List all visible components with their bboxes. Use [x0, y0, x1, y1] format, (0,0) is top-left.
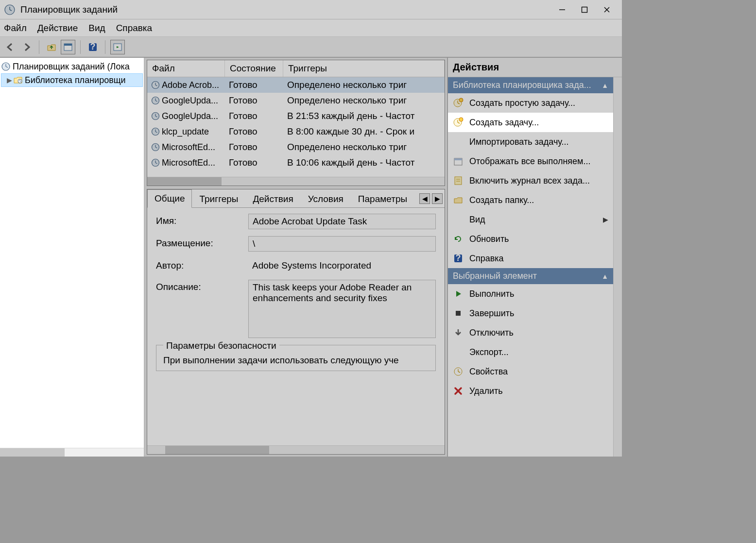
- tree-root[interactable]: Планировщик заданий (Лока: [1, 60, 143, 73]
- task-scheduler-window: Планировщик заданий Файл Действие Вид Сп…: [0, 0, 622, 457]
- task-row[interactable]: GoogleUpda...ГотовоВ 21:53 каждый день -…: [147, 108, 445, 124]
- action-label: Создать папку...: [469, 195, 534, 205]
- action-label: Вид: [469, 215, 485, 225]
- task-trigger: Определено несколько триг: [283, 95, 445, 106]
- tab-actions[interactable]: Действия: [245, 190, 300, 208]
- action-label: Отображать все выполняем...: [469, 156, 590, 167]
- action-label: Справка: [469, 254, 504, 264]
- action-item[interactable]: Удалить: [448, 381, 613, 401]
- tab-general[interactable]: Общие: [147, 189, 192, 208]
- task-state: Готово: [225, 126, 283, 137]
- actions-vscrollbar[interactable]: [613, 77, 622, 457]
- detail-tabs: Общие Триггеры Действия Условия Параметр…: [147, 189, 445, 208]
- task-row[interactable]: MicrosoftEd...ГотовоОпределено несколько…: [147, 139, 445, 155]
- action-section-selected[interactable]: Выбранный элемент ▲: [448, 268, 613, 284]
- svg-text:?: ?: [456, 253, 461, 263]
- disable-icon: [453, 327, 464, 338]
- tree-root-label: Планировщик заданий (Лока: [13, 62, 130, 72]
- task-row[interactable]: Adobe Acrob...ГотовоОпределено несколько…: [147, 77, 445, 93]
- task-trigger: В 8:00 каждые 30 дн. - Срок и: [283, 126, 445, 137]
- task-list-hscrollbar[interactable]: [147, 177, 445, 186]
- col-state[interactable]: Состояние: [225, 60, 283, 77]
- action-label: Выполнить: [469, 289, 514, 299]
- maximize-button[interactable]: [573, 0, 596, 19]
- col-file[interactable]: Файл: [147, 60, 225, 77]
- action-item[interactable]: Создать папку...: [448, 190, 613, 210]
- task-file: MicrosoftEd...: [162, 142, 215, 153]
- help-icon: ?: [453, 253, 464, 264]
- task-trigger: Определено несколько триг: [283, 142, 445, 153]
- menu-file[interactable]: Файл: [4, 23, 27, 34]
- action-item[interactable]: ?Справка: [448, 249, 613, 268]
- clock-icon: [151, 127, 160, 136]
- action-label: Импортировать задачу...: [469, 137, 569, 147]
- clock-icon: [151, 81, 160, 89]
- action-item[interactable]: Обновить: [448, 229, 613, 249]
- menu-view[interactable]: Вид: [88, 23, 105, 34]
- action-item[interactable]: Завершить: [448, 304, 613, 323]
- main-area: Планировщик заданий (Лока ▶ Библиотека п…: [0, 57, 622, 457]
- col-triggers[interactable]: Триггеры: [283, 60, 445, 77]
- tree-expander-icon[interactable]: ▶: [5, 76, 13, 84]
- delete-icon: [453, 386, 464, 396]
- run-pane-button[interactable]: [110, 40, 125, 54]
- value-location: \: [248, 236, 436, 252]
- help-toolbar-button[interactable]: ?: [86, 40, 100, 54]
- action-item[interactable]: Создать простую задачу...: [448, 93, 613, 113]
- center-pane: Файл Состояние Триггеры Adobe Acrob...Го…: [145, 58, 447, 457]
- action-item[interactable]: Импортировать задачу...: [448, 132, 613, 152]
- tab-triggers[interactable]: Триггеры: [192, 190, 245, 208]
- menu-help[interactable]: Справка: [116, 23, 153, 34]
- nav-back-button[interactable]: [3, 40, 17, 54]
- task-row[interactable]: GoogleUpda...ГотовоОпределено несколько …: [147, 93, 445, 108]
- properties-toolbar-button[interactable]: [61, 40, 75, 54]
- task-file: klcp_update: [162, 127, 209, 137]
- svg-text:?: ?: [90, 42, 96, 51]
- nav-forward-button[interactable]: [19, 40, 34, 54]
- task-file: MicrosoftEd...: [162, 158, 215, 168]
- action-label: Отключить: [469, 328, 514, 338]
- clock-icon: [151, 143, 160, 152]
- minimize-button[interactable]: [551, 0, 573, 19]
- tab-scroll-left[interactable]: ◀: [419, 193, 430, 204]
- tree-hscrollbar[interactable]: [0, 448, 144, 457]
- action-label: Создать простую задачу...: [469, 98, 575, 108]
- svg-rect-4: [582, 7, 587, 12]
- up-folder-button[interactable]: [44, 40, 59, 54]
- tree-library-label: Библиотека планировщи: [25, 75, 126, 85]
- collapse-icon: ▲: [601, 82, 608, 89]
- action-item[interactable]: Включить журнал всех зада...: [448, 171, 613, 190]
- action-label: Удалить: [469, 386, 503, 396]
- action-label: Завершить: [469, 308, 514, 319]
- action-section-library[interactable]: Библиотека планировщика зада... ▲: [448, 77, 613, 93]
- action-item[interactable]: Создать задачу...: [448, 113, 613, 132]
- task-trigger: В 21:53 каждый день - Частот: [283, 111, 445, 121]
- close-button[interactable]: [596, 0, 618, 19]
- task-list: Файл Состояние Триггеры Adobe Acrob...Го…: [147, 60, 445, 186]
- menu-action[interactable]: Действие: [37, 23, 78, 34]
- props-icon: [453, 366, 464, 377]
- tab-conditions[interactable]: Условия: [301, 190, 351, 208]
- task-row[interactable]: MicrosoftEd...ГотовоВ 10:06 каждый день …: [147, 155, 445, 170]
- action-item[interactable]: Экспорт...: [448, 342, 613, 362]
- clock-icon: [151, 112, 160, 120]
- none-icon: [453, 136, 464, 147]
- action-item[interactable]: Выполнить: [448, 284, 613, 304]
- tab-scroll-right[interactable]: ▶: [432, 193, 443, 204]
- chevron-right-icon: ▶: [603, 216, 608, 223]
- action-item[interactable]: Отображать все выполняем...: [448, 152, 613, 171]
- task-row[interactable]: klcp_updateГотовоВ 8:00 каждые 30 дн. - …: [147, 124, 445, 139]
- clock-new-icon: [453, 117, 464, 128]
- action-item[interactable]: Вид▶: [448, 210, 613, 229]
- tree-library[interactable]: ▶ Библиотека планировщи: [1, 73, 143, 87]
- task-trigger: В 10:06 каждый день - Частот: [283, 157, 445, 168]
- task-file: GoogleUpda...: [162, 96, 218, 106]
- actions-header: Действия: [448, 58, 622, 77]
- action-item[interactable]: Свойства: [448, 362, 613, 381]
- detail-hscrollbar[interactable]: [147, 445, 445, 454]
- action-label: Свойства: [469, 367, 508, 377]
- action-label: Включить журнал всех зада...: [469, 176, 590, 186]
- action-item[interactable]: Отключить: [448, 323, 613, 342]
- svg-point-43: [459, 118, 463, 121]
- tab-settings[interactable]: Параметры: [351, 190, 414, 208]
